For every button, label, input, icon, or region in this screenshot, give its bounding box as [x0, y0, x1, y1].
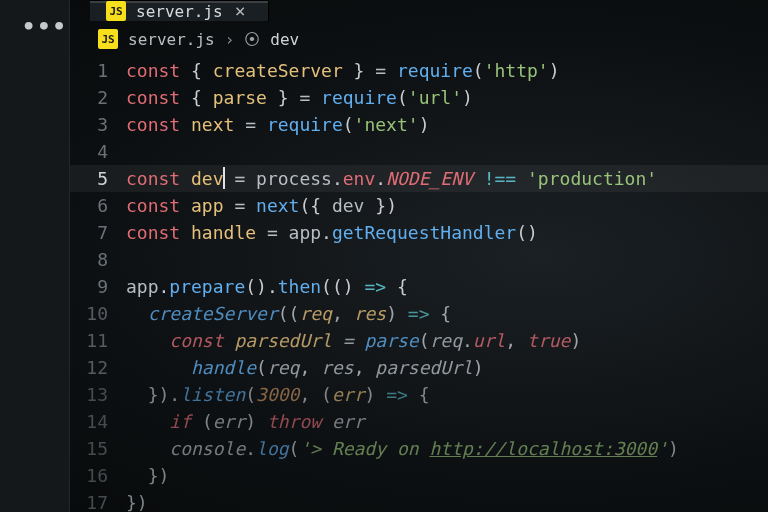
line-number: 15	[70, 435, 126, 462]
code-line[interactable]: 9 app.prepare().then(() => {	[70, 273, 768, 300]
line-number: 16	[70, 462, 126, 489]
code-editor: ••• JS server.js × JS server.js › ⦿ dev …	[0, 0, 768, 512]
close-icon[interactable]: ×	[235, 2, 246, 20]
tab-label: server.js	[136, 2, 223, 21]
code-line[interactable]: 3 const next = require('next')	[70, 111, 768, 138]
code-line[interactable]: 16 })	[70, 462, 768, 489]
code-line[interactable]: 8	[70, 246, 768, 273]
js-icon: JS	[98, 29, 118, 49]
tab-server-js[interactable]: JS server.js ×	[90, 0, 269, 21]
code-line[interactable]: 12 handle(req, res, parsedUrl)	[70, 354, 768, 381]
tab-bar: JS server.js ×	[0, 0, 768, 21]
line-number: 17	[70, 489, 126, 512]
js-icon: JS	[106, 1, 126, 21]
code-area[interactable]: 1 const { createServer } = require('http…	[0, 57, 768, 512]
line-number: 13	[70, 381, 126, 408]
line-number: 2	[70, 84, 126, 111]
line-number: 12	[70, 354, 126, 381]
line-number: 8	[70, 246, 126, 273]
code-line[interactable]: 6 const app = next({ dev })	[70, 192, 768, 219]
line-number: 10	[70, 300, 126, 327]
code-line[interactable]: 11 const parsedUrl = parse(req.url, true…	[70, 327, 768, 354]
line-number: 7	[70, 219, 126, 246]
code-line[interactable]: 2 const { parse } = require('url')	[70, 84, 768, 111]
line-number: 6	[70, 192, 126, 219]
code-line[interactable]: 7 const handle = app.getRequestHandler()	[70, 219, 768, 246]
line-number: 14	[70, 408, 126, 435]
line-number: 9	[70, 273, 126, 300]
code-line[interactable]: 4	[70, 138, 768, 165]
code-line[interactable]: 13 }).listen(3000, (err) => {	[70, 381, 768, 408]
line-number: 1	[70, 57, 126, 84]
more-icon[interactable]: •••	[22, 14, 68, 39]
code-line[interactable]: 1 const { createServer } = require('http…	[70, 57, 768, 84]
breadcrumb-symbol: dev	[270, 30, 299, 49]
line-number: 11	[70, 327, 126, 354]
breadcrumb[interactable]: JS server.js › ⦿ dev	[0, 21, 768, 57]
line-number: 5	[70, 165, 126, 192]
code-line-active[interactable]: 5 const dev = process.env.NODE_ENV !== '…	[70, 165, 768, 192]
symbol-icon: ⦿	[244, 30, 260, 49]
chevron-right-icon: ›	[225, 30, 235, 49]
code-line[interactable]: 14 if (err) throw err	[70, 408, 768, 435]
code-line[interactable]: 15 console.log('> Ready on http://localh…	[70, 435, 768, 462]
code-line[interactable]: 10 createServer((req, res) => {	[70, 300, 768, 327]
breadcrumb-file: server.js	[128, 30, 215, 49]
line-number: 4	[70, 138, 126, 165]
code-line[interactable]: 17 })	[70, 489, 768, 512]
line-number: 3	[70, 111, 126, 138]
